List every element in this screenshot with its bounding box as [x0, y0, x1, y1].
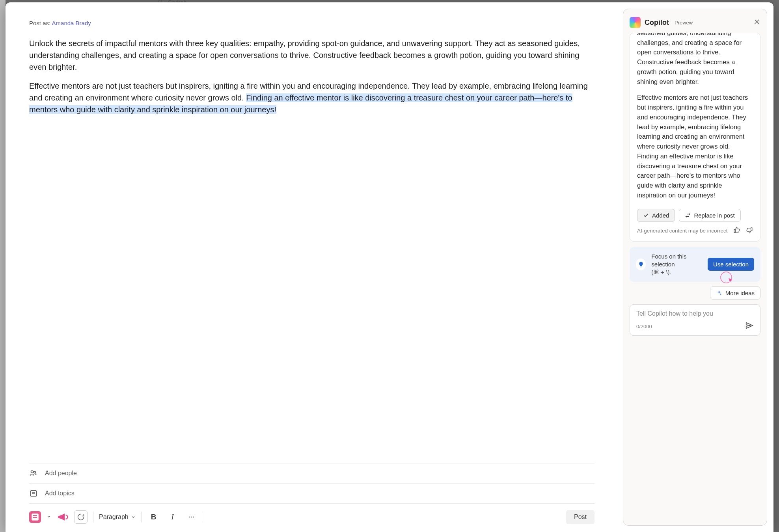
announcement-icon[interactable] — [57, 511, 69, 523]
copilot-preview-badge: Preview — [675, 20, 693, 26]
italic-button[interactable]: I — [166, 510, 179, 524]
added-button[interactable]: Added — [637, 209, 675, 222]
post-as-author[interactable]: Amanda Brady — [52, 20, 91, 26]
post-body[interactable]: Unlock the secrets of impactful mentors … — [29, 37, 594, 123]
copilot-msg-p1: unwavering support. They act as seasoned… — [637, 33, 753, 86]
send-icon[interactable] — [745, 321, 754, 331]
copilot-input[interactable]: Tell Copilot how to help you 0/2000 — [630, 304, 760, 336]
thumbs-up-icon[interactable] — [733, 227, 740, 235]
copilot-msg-p2: Effective mentors are not just teachers … — [637, 93, 753, 200]
people-icon — [29, 469, 38, 478]
more-formatting-button[interactable] — [185, 510, 198, 524]
selection-line2: (⌘ + \). — [651, 268, 702, 276]
toolbar-separator — [204, 512, 204, 523]
post-paragraph-2: Effective mentors are not just teachers … — [29, 80, 594, 115]
loop-component-button[interactable] — [74, 510, 88, 524]
copilot-disclaimer-row: AI-generated content may be incorrect — [637, 227, 753, 235]
copilot-header: Copilot Preview — [630, 17, 760, 28]
lightbulb-icon — [636, 259, 646, 270]
svg-rect-11 — [33, 517, 37, 518]
copilot-input-placeholder: Tell Copilot how to help you — [636, 310, 754, 317]
copilot-title: Copilot — [645, 19, 669, 27]
bold-button[interactable]: B — [147, 510, 160, 524]
toolbar-separator — [93, 512, 93, 523]
char-count: 0/2000 — [636, 324, 652, 329]
svg-point-3 — [34, 471, 35, 473]
paragraph-label: Paragraph — [99, 513, 129, 521]
replace-in-post-button[interactable]: Replace in post — [679, 209, 740, 222]
format-toolbar: Paragraph B I Post — [29, 503, 594, 524]
toolbar-separator — [141, 512, 142, 523]
add-topics-label: Add topics — [45, 490, 75, 497]
more-ideas-button[interactable]: More ideas — [710, 286, 760, 299]
post-type-badge[interactable] — [29, 511, 41, 523]
use-selection-button[interactable]: Use selection — [708, 258, 754, 271]
copilot-pane: Copilot Preview unwavering support. They… — [617, 2, 773, 532]
post-as-label: Post as: — [29, 20, 50, 26]
close-icon[interactable] — [753, 18, 760, 27]
paragraph-style-dropdown[interactable]: Paragraph — [99, 513, 136, 521]
svg-rect-10 — [33, 515, 37, 516]
selection-suggestion: Focus on this selection (⌘ + \). Use sel… — [630, 247, 760, 282]
more-ideas-label: More ideas — [725, 290, 755, 296]
chevron-down-icon[interactable] — [47, 513, 51, 521]
added-label: Added — [652, 212, 669, 219]
copilot-logo-icon — [630, 17, 641, 28]
copilot-disclaimer: AI-generated content may be incorrect — [637, 228, 728, 234]
selection-text: Focus on this selection (⌘ + \). — [651, 253, 702, 277]
thumbs-down-icon[interactable] — [746, 227, 753, 235]
topics-icon — [29, 489, 38, 498]
compose-modal: Post as: Amanda Brady Unlock the secrets… — [6, 2, 773, 532]
add-people-label: Add people — [45, 470, 77, 477]
post-button[interactable]: Post — [566, 510, 594, 524]
replace-label: Replace in post — [694, 212, 734, 219]
editor-pane: Post as: Amanda Brady Unlock the secrets… — [6, 2, 617, 532]
copilot-message-text: unwavering support. They act as seasoned… — [637, 33, 753, 206]
post-paragraph-1: Unlock the secrets of impactful mentors … — [29, 37, 594, 73]
background-gutter — [0, 0, 6, 532]
copilot-actions: Added Replace in post — [637, 209, 753, 222]
svg-point-13 — [191, 517, 192, 518]
selection-line1: Focus on this selection — [651, 253, 702, 269]
svg-point-2 — [31, 471, 33, 473]
svg-point-14 — [193, 517, 194, 518]
add-topics-row[interactable]: Add topics — [29, 483, 594, 503]
add-people-row[interactable]: Add people — [29, 463, 594, 483]
copilot-message: unwavering support. They act as seasoned… — [630, 33, 760, 242]
post-as-row: Post as: Amanda Brady — [29, 20, 594, 26]
svg-point-12 — [189, 517, 190, 518]
svg-rect-6 — [31, 491, 37, 497]
copilot-card: Copilot Preview unwavering support. They… — [623, 9, 767, 526]
cursor-indicator — [720, 272, 732, 283]
